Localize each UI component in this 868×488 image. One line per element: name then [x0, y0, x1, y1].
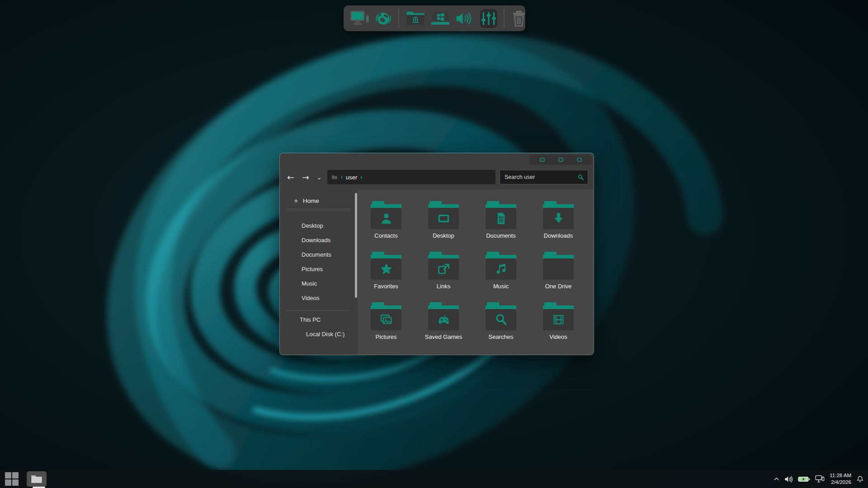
- equalizer-icon: [480, 10, 497, 27]
- start-button[interactable]: [4, 471, 19, 487]
- share-folder-icon: [428, 252, 459, 280]
- volume-icon[interactable]: [784, 475, 793, 483]
- notifications-bell-icon[interactable]: [856, 475, 864, 483]
- dock-divider: [398, 9, 399, 28]
- breadcrumb-chevron-icon: ›: [341, 174, 343, 180]
- folder-grid: ContactsDesktopDocumentsDownloadsFavorit…: [358, 189, 594, 340]
- film-folder-icon: [543, 302, 574, 330]
- dock-network-globe-button[interactable]: [375, 9, 392, 28]
- document-folder-icon: [486, 201, 516, 229]
- speaker-icon: [455, 10, 475, 27]
- folder-bank-icon: [406, 10, 425, 27]
- sidebar-item-videos[interactable]: Videos: [280, 291, 358, 305]
- sidebar-divider: [286, 209, 351, 209]
- sidebar-divider: [286, 211, 351, 211]
- address-bar[interactable]: › user ›: [327, 170, 495, 184]
- folder-label: Desktop: [433, 232, 454, 239]
- sidebar-item-desktop[interactable]: Desktop: [280, 218, 358, 233]
- sidebar-item-home[interactable]: ★ Home: [280, 194, 358, 207]
- folder-favorites[interactable]: Favorites: [371, 252, 401, 290]
- dock-recycle-bin-button[interactable]: [511, 9, 527, 28]
- home-star-icon: ★: [293, 197, 299, 204]
- forward-button[interactable]: →: [300, 173, 311, 182]
- explorer-content: ★ Home DesktopDownloadsDocumentsPictures…: [280, 189, 594, 355]
- taskbar-file-explorer-button[interactable]: [27, 471, 47, 487]
- display-icon: [350, 10, 370, 27]
- taskbar-clock[interactable]: 11:28 AM 2/4/2026: [830, 472, 851, 486]
- person-folder-icon: [371, 201, 401, 229]
- window-controls: [529, 155, 592, 165]
- dock-system-drive-button[interactable]: [430, 9, 450, 28]
- folder-contacts[interactable]: Contacts: [371, 201, 401, 239]
- windows-drive-icon: [430, 10, 450, 27]
- folder-label: Music: [493, 283, 509, 290]
- sidebar-divider: [286, 310, 351, 311]
- gamepad-folder-icon: [428, 302, 459, 330]
- folder-downloads[interactable]: Downloads: [543, 201, 574, 239]
- folder-label: Contacts: [374, 232, 397, 239]
- breadcrumb-chevron-icon: ›: [360, 174, 362, 180]
- globe-icon: [375, 10, 392, 27]
- dock-equalizer-button[interactable]: [480, 9, 497, 28]
- folder-documents[interactable]: Documents: [486, 201, 516, 239]
- close-button[interactable]: [577, 158, 582, 162]
- recent-locations-chevron-icon[interactable]: ⌄: [315, 174, 323, 180]
- search-input[interactable]: [505, 174, 577, 180]
- sidebar-home-label: Home: [303, 197, 319, 204]
- sidebar-quick-access: DesktopDownloadsDocumentsPicturesMusicVi…: [280, 218, 358, 305]
- folder-links[interactable]: Links: [428, 252, 459, 290]
- battery-charging-icon[interactable]: [798, 476, 810, 483]
- maximize-button[interactable]: [558, 158, 563, 162]
- folder-label: One Drive: [545, 283, 572, 290]
- taskbar: 11:28 AM 2/4/2026: [0, 470, 868, 488]
- system-tray: 11:28 AM 2/4/2026: [774, 472, 864, 486]
- folder-one-drive[interactable]: One Drive: [543, 252, 574, 290]
- folder-label: Favorites: [374, 283, 398, 290]
- sidebar-scrollbar[interactable]: [355, 193, 357, 298]
- sidebar-item-pictures[interactable]: Pictures: [280, 262, 358, 276]
- sidebar-item-music[interactable]: Music: [280, 276, 358, 291]
- folder-view: ContactsDesktopDocumentsDownloadsFavorit…: [358, 189, 594, 355]
- trash-icon: [511, 10, 527, 27]
- explorer-window: ← → ⌄ › user ›: [279, 153, 594, 355]
- tray-chevron-up-icon[interactable]: [774, 477, 779, 481]
- search-folder-icon: [486, 302, 516, 330]
- network-icon[interactable]: [815, 475, 825, 483]
- back-button[interactable]: ←: [285, 173, 296, 182]
- sidebar-item-downloads[interactable]: Downloads: [280, 233, 358, 247]
- music-folder-icon: [486, 252, 516, 280]
- monitor-folder-icon: [428, 201, 459, 229]
- folder-videos[interactable]: Videos: [543, 302, 574, 340]
- dock-divider: [504, 9, 505, 28]
- download-folder-icon: [543, 201, 574, 229]
- breadcrumb-folder-icon: [331, 174, 338, 180]
- folder-label: Searches: [489, 333, 514, 340]
- sidebar-item-documents[interactable]: Documents: [280, 247, 358, 262]
- search-icon: [577, 174, 584, 181]
- folder-icon: [543, 252, 574, 280]
- dock-volume-button[interactable]: [455, 9, 475, 28]
- folder-saved-games[interactable]: Saved Games: [425, 302, 462, 340]
- folder-label: Links: [437, 283, 450, 290]
- start-icon: [5, 472, 11, 479]
- desktop: ← → ⌄ › user ›: [0, 0, 868, 488]
- sidebar-item-this-pc[interactable]: This PC: [280, 312, 358, 327]
- sidebar-item-local-disk-c[interactable]: Local Disk (C:): [280, 327, 358, 341]
- file-explorer-icon: [31, 474, 42, 484]
- search-box[interactable]: [500, 170, 588, 184]
- folder-desktop[interactable]: Desktop: [428, 201, 459, 239]
- dock-library-folder-button[interactable]: [406, 9, 425, 28]
- minimize-button[interactable]: [540, 158, 545, 162]
- breadcrumb[interactable]: user: [346, 174, 357, 181]
- folder-searches[interactable]: Searches: [486, 302, 516, 340]
- folder-pictures[interactable]: Pictures: [371, 302, 401, 340]
- navigation-bar: ← → ⌄ › user ›: [285, 169, 588, 185]
- folder-music[interactable]: Music: [486, 252, 516, 290]
- folder-label: Videos: [549, 333, 567, 340]
- pictures-folder-icon: [371, 302, 401, 330]
- folder-label: Pictures: [376, 333, 397, 340]
- folder-label: Documents: [486, 232, 516, 239]
- top-dock: [344, 5, 525, 31]
- dock-display-button[interactable]: [350, 9, 370, 28]
- folder-label: Downloads: [544, 232, 573, 239]
